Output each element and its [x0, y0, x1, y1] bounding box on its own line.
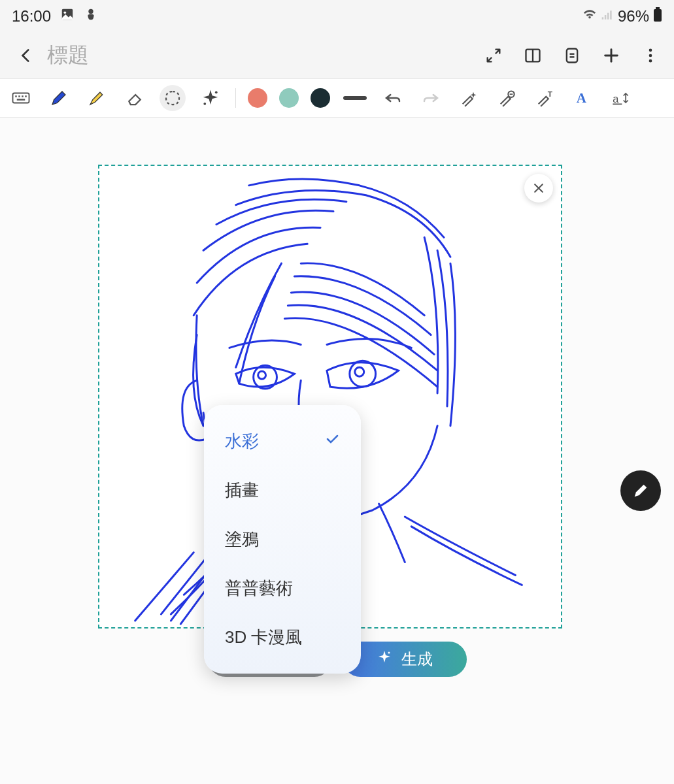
signal-icon: [601, 7, 614, 25]
page-icon[interactable]: [562, 45, 582, 66]
svg-text:A: A: [577, 90, 587, 106]
svg-rect-7: [656, 7, 660, 9]
dropdown-label: 普普藝術: [225, 577, 293, 600]
svg-rect-6: [610, 10, 612, 19]
generate-button[interactable]: 生成: [343, 642, 467, 677]
more-menu-icon[interactable]: [640, 45, 661, 66]
svg-rect-20: [15, 95, 17, 97]
drawing-toolbar: T A a: [0, 78, 674, 118]
svg-point-25: [215, 91, 218, 93]
status-right: 96%: [582, 7, 662, 25]
pen-circle-tool[interactable]: [494, 85, 520, 111]
undo-button[interactable]: [380, 85, 406, 111]
back-button[interactable]: [13, 42, 39, 69]
check-icon: [324, 431, 340, 451]
svg-rect-19: [13, 93, 29, 103]
pen-tool[interactable]: [46, 85, 72, 111]
svg-point-17: [649, 54, 652, 57]
header-actions: [483, 45, 661, 66]
ai-sparkle-tool[interactable]: [197, 85, 224, 111]
svg-rect-24: [17, 99, 25, 101]
style-dropdown: 水彩 插畫 塗鴉 普普藝術 3D 卡漫風: [204, 405, 361, 674]
status-time: 16:00: [12, 7, 51, 25]
sparkle-icon: [377, 649, 392, 669]
dropdown-item-illustration[interactable]: 插畫: [204, 466, 361, 515]
svg-rect-4: [605, 15, 607, 20]
pen-sparkle-tool[interactable]: [456, 85, 482, 111]
svg-rect-3: [602, 17, 604, 19]
color-dark[interactable]: [311, 88, 330, 108]
svg-rect-23: [25, 95, 27, 97]
font-style-tool[interactable]: A: [569, 85, 596, 111]
generate-label: 生成: [401, 649, 433, 670]
gallery-icon: [60, 7, 75, 25]
dropdown-item-watercolor[interactable]: 水彩: [204, 417, 361, 466]
color-mint[interactable]: [279, 88, 299, 108]
svg-rect-5: [607, 13, 609, 20]
page-title[interactable]: 標題: [47, 41, 483, 70]
close-selection-button[interactable]: [524, 174, 553, 203]
svg-point-18: [649, 59, 652, 63]
toolbar-divider: [235, 88, 236, 108]
status-left: 16:00: [12, 7, 98, 25]
stroke-thickness[interactable]: [342, 85, 368, 111]
svg-point-36: [258, 371, 266, 379]
edit-fab[interactable]: [620, 470, 661, 511]
text-size-tool[interactable]: a: [607, 85, 633, 111]
color-coral[interactable]: [248, 88, 267, 108]
dropdown-item-3dcartoon[interactable]: 3D 卡漫風: [204, 613, 361, 662]
svg-point-2: [88, 9, 93, 14]
redo-button[interactable]: [418, 85, 444, 111]
svg-point-38: [355, 367, 364, 376]
expand-icon[interactable]: [483, 45, 504, 66]
eraser-tool[interactable]: [122, 85, 148, 111]
canvas-area[interactable]: 水彩 插畫 塗鴉 普普藝術 3D 卡漫風 水彩 生: [0, 118, 674, 784]
highlighter-tool[interactable]: [84, 85, 110, 111]
svg-rect-8: [654, 9, 662, 22]
battery-icon: [653, 7, 662, 25]
svg-point-39: [388, 652, 390, 654]
svg-point-1: [64, 11, 67, 14]
svg-rect-21: [18, 95, 20, 97]
svg-text:T: T: [548, 90, 552, 98]
svg-point-26: [203, 103, 206, 105]
svg-point-16: [649, 49, 652, 52]
app-icon: [84, 7, 98, 25]
dropdown-label: 塗鴉: [225, 528, 259, 551]
add-button[interactable]: [601, 45, 622, 66]
reading-mode-icon[interactable]: [522, 45, 543, 66]
svg-rect-22: [22, 95, 24, 97]
dropdown-label: 水彩: [225, 430, 259, 453]
dropdown-item-graffiti[interactable]: 塗鴉: [204, 515, 361, 564]
dropdown-label: 3D 卡漫風: [225, 626, 302, 649]
wifi-icon: [582, 7, 597, 25]
dropdown-label: 插畫: [225, 479, 259, 502]
status-bar: 16:00 96%: [0, 0, 674, 33]
dropdown-item-popart[interactable]: 普普藝術: [204, 564, 361, 613]
lasso-tool[interactable]: [160, 85, 186, 111]
app-header: 標題: [0, 33, 674, 78]
keyboard-tool[interactable]: [8, 85, 34, 111]
pen-text-tool[interactable]: T: [531, 85, 558, 111]
svg-text:a: a: [613, 93, 619, 105]
svg-rect-11: [567, 49, 577, 63]
battery-text: 96%: [618, 7, 649, 25]
